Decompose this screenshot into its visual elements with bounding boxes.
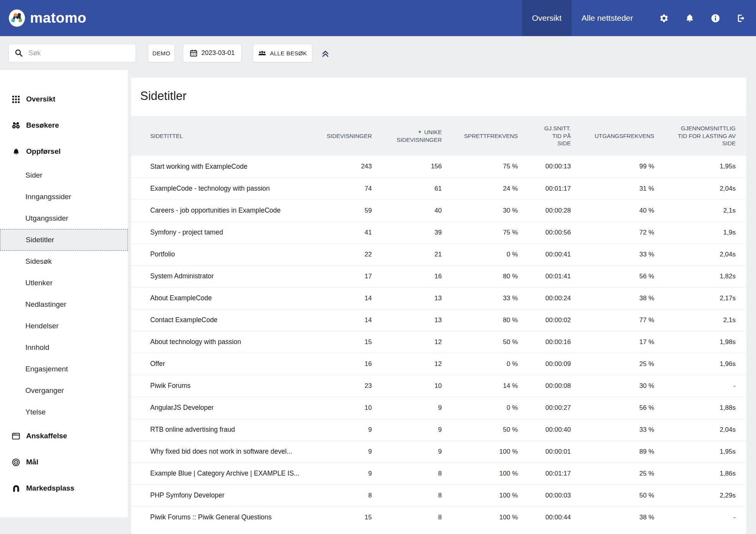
table-row[interactable]: Example Blue | Category Archive | EXAMPL…	[131, 462, 746, 484]
table-row[interactable]: Why fixed bid does not work in software …	[131, 441, 746, 462]
metric-cell: 00:00:08	[518, 375, 571, 397]
sidebar-item-sidesøk[interactable]: Sidesøk	[0, 251, 128, 272]
metric-cell: 0 %	[442, 353, 518, 375]
page-title-cell[interactable]: Contact ExampleCode	[131, 309, 302, 331]
sidebar-item-sider[interactable]: Sider	[0, 165, 128, 186]
date-range-label: 2023-03-01	[201, 49, 235, 57]
table-row[interactable]: PHP Symfony Developer88100 %00:00:0350 %…	[131, 484, 746, 506]
page-title-cell[interactable]: ExampleCode - technology with passion	[131, 178, 302, 200]
page-title-cell[interactable]: System Administrator	[131, 265, 302, 287]
notifications-bell-icon[interactable]	[685, 13, 695, 23]
page-title-cell[interactable]: Piwik Forums :: Piwik General Questions	[131, 506, 302, 528]
page-title-cell[interactable]: Example Blue | Category Archive | EXAMPL…	[131, 462, 302, 484]
page-title-cell[interactable]: About technology with passion	[131, 331, 302, 353]
sidebar-item-label: Mål	[26, 458, 38, 466]
metric-cell: 30 %	[442, 200, 518, 221]
table-row[interactable]: About ExampleCode141333 %00:00:2438 %2,1…	[131, 287, 746, 309]
site-selector-button[interactable]: DEMO	[148, 44, 175, 62]
sidebar-item-nedlastinger[interactable]: Nedlastinger	[0, 294, 128, 315]
column-header-gj-snitt-tid-på-side[interactable]: GJ.SNITT. TID PÅ SIDE	[518, 116, 571, 156]
column-header-sidevisninger[interactable]: SIDEVISNINGER	[302, 116, 372, 156]
column-header-gjennomsnittlig-tid-for-lasting-av-side[interactable]: GJENNOMSNITTLIG TID FOR LASTING AV SIDE	[654, 116, 746, 156]
sidebar-item-utlenker[interactable]: Utlenker	[0, 272, 128, 294]
table-row[interactable]: Contact ExampleCode141380 %00:00:0277 %2…	[131, 309, 746, 331]
search-input[interactable]	[28, 49, 131, 58]
sidebar-item-anskaffelse[interactable]: Anskaffelse	[0, 423, 128, 449]
nav-tab-oversikt[interactable]: Oversikt	[522, 0, 572, 36]
table-row[interactable]: RTB online advertising fraud9950 %00:00:…	[131, 419, 746, 441]
table-row[interactable]: AngularJS Developer1090 %00:00:2756 %1,8…	[131, 397, 746, 419]
page-title-cell[interactable]: About ExampleCode	[131, 287, 302, 309]
metric-cell: 00:00:28	[518, 200, 571, 221]
sidebar-item-mål[interactable]: Mål	[0, 449, 128, 475]
table-row[interactable]: Piwik Forums :: Piwik General Questions1…	[131, 506, 746, 528]
metric-cell: 1,9s	[654, 221, 746, 243]
sidebar-item-engasjement[interactable]: Engasjement	[0, 358, 128, 380]
column-header-unike-sidevisninger[interactable]: ▼UNIKE SIDEVISNINGER	[372, 116, 442, 156]
grid-icon	[12, 96, 20, 103]
collapse-chevrons-icon[interactable]	[320, 48, 330, 58]
metric-cell: 72 %	[571, 221, 654, 243]
settings-gear-icon[interactable]	[659, 13, 669, 23]
segment-selector-button[interactable]: ALLE BESØK	[253, 44, 312, 62]
metric-cell: 17	[302, 265, 372, 287]
page-title-cell[interactable]: Offer	[131, 353, 302, 375]
date-range-button[interactable]: 2023-03-01	[183, 44, 242, 62]
metric-cell: 10	[302, 397, 372, 419]
metric-cell: 40	[372, 200, 442, 221]
table-row[interactable]: About technology with passion151250 %00:…	[131, 331, 746, 353]
metric-cell: 31 %	[571, 178, 654, 200]
sidebar-item-overganger[interactable]: Overganger	[0, 380, 128, 401]
page-title-cell[interactable]: Piwik Forums	[131, 375, 302, 397]
metric-cell: 25 %	[571, 462, 654, 484]
table-row[interactable]: Careers - job opportunities in ExampleCo…	[131, 200, 746, 221]
page-title-cell[interactable]: PHP Symfony Developer	[131, 484, 302, 506]
sidebar-item-markedsplass[interactable]: Markedsplass	[0, 475, 128, 501]
sidebar-item-ytelse[interactable]: Ytelse	[0, 401, 128, 423]
metric-cell: 12	[372, 331, 442, 353]
page-title-cell[interactable]: AngularJS Developer	[131, 397, 302, 419]
column-header-sidetittel[interactable]: SIDETITTEL	[131, 116, 302, 156]
sidebar-item-inngangssider[interactable]: Inngangssider	[0, 186, 128, 208]
metric-cell: 99 %	[571, 156, 654, 178]
sidebar-item-label: Oppførsel	[26, 147, 61, 156]
info-icon[interactable]	[711, 13, 720, 23]
sidebar-item-oversikt[interactable]: Oversikt	[0, 86, 128, 112]
signout-icon[interactable]	[736, 13, 746, 23]
navbar-right: Oversikt Alle nettsteder	[522, 0, 756, 36]
sidebar-item-innhold[interactable]: Innhold	[0, 337, 128, 358]
page-title-cell[interactable]: Symfony - project tamed	[131, 221, 302, 243]
page-title-cell[interactable]: Portfolio	[131, 243, 302, 265]
page-title-cell[interactable]: Why fixed bid does not work in software …	[131, 441, 302, 462]
table-row[interactable]: ExampleCode - technology with passion746…	[131, 178, 746, 200]
metric-cell: 59	[302, 200, 372, 221]
table-row[interactable]: Symfony - project tamed413975 %00:00:567…	[131, 221, 746, 243]
metric-cell: 77 %	[571, 309, 654, 331]
sidebar-item-oppførsel[interactable]: Oppførsel	[0, 138, 128, 165]
page-title-cell[interactable]: Careers - job opportunities in ExampleCo…	[131, 200, 302, 221]
matomo-logo[interactable]: matomo	[8, 9, 86, 27]
sidebar-item-sidetitler[interactable]: Sidetitler	[0, 229, 128, 251]
table-row[interactable]: Piwik Forums231014 %00:00:0830 %-	[131, 375, 746, 397]
metric-cell: 33 %	[571, 419, 654, 441]
metric-cell: 00:01:41	[518, 265, 571, 287]
column-header-sprettfrekvens[interactable]: SPRETTFREKVENS	[442, 116, 518, 156]
table-row[interactable]: System Administrator171680 %00:01:4156 %…	[131, 265, 746, 287]
sidebar-item-utgangssider[interactable]: Utgangssider	[0, 208, 128, 229]
metric-cell: 8	[372, 484, 442, 506]
table-row[interactable]: Start working with ExampleCode24315675 %…	[131, 156, 746, 178]
nav-tab-alle-nettsteder[interactable]: Alle nettsteder	[572, 0, 643, 36]
sidebar-item-hendelser[interactable]: Hendelser	[0, 315, 128, 337]
metric-cell: 74	[302, 178, 372, 200]
table-row[interactable]: Portfolio22210 %00:00:4133 %2,04s	[131, 243, 746, 265]
calendar-icon	[190, 49, 197, 57]
metric-cell: -	[654, 506, 746, 528]
page-title-cell[interactable]: Start working with ExampleCode	[131, 156, 302, 178]
metric-cell: 50 %	[571, 484, 654, 506]
page-title-cell[interactable]: RTB online advertising fraud	[131, 419, 302, 441]
metric-cell: 33 %	[442, 287, 518, 309]
table-row[interactable]: Offer16120 %00:00:0925 %1,96s	[131, 353, 746, 375]
column-header-utgangsfrekvens[interactable]: UTGANGSFREKVENS	[571, 116, 654, 156]
metric-cell: 8	[372, 462, 442, 484]
sidebar-item-besøkere[interactable]: Besøkere	[0, 112, 128, 138]
